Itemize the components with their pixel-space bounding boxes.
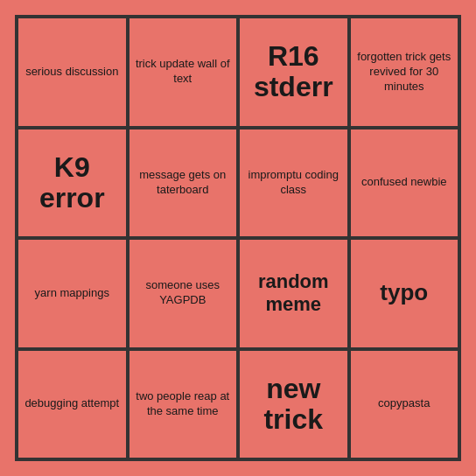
cell-1-4-text: forgotten trick gets revived for 30 minu… <box>356 50 453 94</box>
cell-3-4: typo <box>349 238 460 349</box>
cell-2-2-text: message gets on taterboard <box>135 168 232 198</box>
cell-3-3: random meme <box>238 238 349 349</box>
cell-2-1-text: K9 error <box>24 152 121 214</box>
cell-1-3-text: R16 stderr <box>245 41 342 102</box>
cell-1-1: serious discussion <box>17 17 128 128</box>
cell-1-2-text: trick update wall of text <box>135 57 232 87</box>
bingo-board: serious discussiontrick update wall of t… <box>15 15 461 461</box>
cell-1-3: R16 stderr <box>238 17 349 128</box>
cell-4-4: copypasta <box>349 349 460 460</box>
cell-4-3-text: new trick <box>245 374 342 435</box>
cell-2-2: message gets on taterboard <box>128 128 239 239</box>
cell-3-2: someone uses YAGPDB <box>128 238 239 349</box>
cell-4-3: new trick <box>238 349 349 460</box>
cell-3-1-text: yarn mappings <box>35 286 109 301</box>
cell-2-4-text: confused newbie <box>361 175 447 190</box>
cell-1-2: trick update wall of text <box>128 17 239 128</box>
cell-4-1-text: debugging attempt <box>24 396 119 411</box>
cell-2-3: impromptu coding class <box>238 128 349 239</box>
cell-1-1-text: serious discussion <box>25 65 118 80</box>
cell-3-3-text: random meme <box>245 270 342 317</box>
cell-4-1: debugging attempt <box>17 349 128 460</box>
cell-1-4: forgotten trick gets revived for 30 minu… <box>349 17 460 128</box>
cell-4-2: two people reap at the same time <box>128 349 239 460</box>
cell-4-2-text: two people reap at the same time <box>135 389 232 419</box>
cell-2-3-text: impromptu coding class <box>245 168 342 198</box>
cell-4-4-text: copypasta <box>378 396 430 411</box>
cell-3-4-text: typo <box>380 278 428 308</box>
cell-3-2-text: someone uses YAGPDB <box>135 278 232 308</box>
cell-2-4: confused newbie <box>349 128 460 239</box>
cell-2-1: K9 error <box>17 128 128 239</box>
cell-3-1: yarn mappings <box>17 238 128 349</box>
